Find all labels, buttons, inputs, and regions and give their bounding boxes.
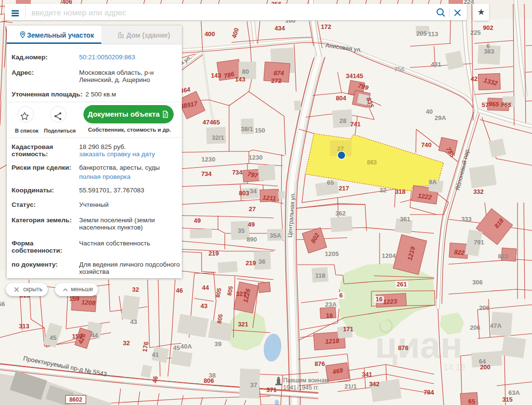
svg-text:823: 823 — [498, 253, 508, 260]
svg-text:41: 41 — [152, 351, 159, 358]
svg-text:118: 118 — [315, 272, 326, 279]
svg-text:28: 28 — [340, 117, 346, 124]
svg-text:47A: 47A — [490, 322, 502, 329]
svg-text:874: 874 — [273, 69, 284, 77]
svg-text:27: 27 — [249, 205, 256, 213]
svg-text:315: 315 — [502, 396, 513, 403]
svg-text:431: 431 — [431, 61, 441, 68]
svg-text:63A: 63A — [508, 389, 520, 396]
svg-text:1218: 1218 — [325, 337, 340, 345]
svg-text:150: 150 — [255, 127, 265, 134]
svg-text:9А: 9А — [429, 178, 437, 186]
svg-text:40A: 40A — [180, 343, 192, 350]
svg-text:43: 43 — [201, 302, 207, 310]
svg-text:43: 43 — [130, 318, 137, 325]
svg-text:219: 219 — [208, 250, 219, 257]
svg-text:16: 16 — [326, 312, 333, 319]
svg-text:371: 371 — [266, 386, 277, 393]
svg-text:38: 38 — [209, 372, 216, 379]
svg-text:44: 44 — [202, 284, 209, 291]
svg-text:734: 734 — [201, 170, 212, 177]
svg-text:6: 6 — [486, 42, 490, 50]
svg-text:318: 318 — [395, 188, 406, 195]
svg-text:159: 159 — [69, 295, 80, 302]
svg-text:42: 42 — [471, 75, 477, 82]
svg-text:циан: циан — [375, 324, 463, 365]
svg-text:45: 45 — [50, 334, 56, 341]
svg-text:400: 400 — [205, 30, 215, 38]
svg-text:65: 65 — [468, 398, 475, 405]
svg-text:64: 64 — [479, 358, 486, 365]
svg-text:8602: 8602 — [69, 396, 82, 403]
svg-text:Павшим воинам: Павшим воинам — [283, 377, 329, 384]
svg-text:29A: 29A — [435, 114, 446, 122]
svg-text:1204: 1204 — [382, 252, 396, 259]
svg-text:341: 341 — [362, 371, 372, 378]
svg-text:49: 49 — [194, 217, 201, 224]
svg-text:361: 361 — [400, 216, 410, 223]
svg-text:219: 219 — [246, 259, 256, 267]
svg-text:342: 342 — [369, 380, 380, 388]
svg-text:1230: 1230 — [202, 156, 216, 163]
svg-text:38/1: 38/1 — [241, 125, 253, 133]
svg-text:6: 6 — [339, 292, 342, 299]
svg-text:741: 741 — [350, 121, 361, 128]
svg-text:740: 740 — [421, 141, 432, 148]
svg-text:1230: 1230 — [249, 154, 263, 161]
svg-text:1205: 1205 — [325, 250, 339, 257]
svg-text:36: 36 — [259, 258, 265, 265]
svg-text:113: 113 — [428, 30, 438, 38]
svg-text:902: 902 — [483, 24, 493, 31]
svg-text:23A: 23A — [325, 301, 337, 308]
svg-text:890: 890 — [246, 236, 257, 243]
svg-text:32: 32 — [380, 187, 386, 194]
svg-text:803: 803 — [239, 189, 249, 197]
svg-text:206: 206 — [479, 304, 490, 311]
svg-text:143: 143 — [211, 72, 221, 79]
svg-text:756: 756 — [394, 66, 405, 73]
svg-text:35A: 35A — [270, 232, 281, 239]
svg-text:45: 45 — [173, 344, 180, 351]
svg-text:34: 34 — [250, 188, 257, 195]
svg-text:32: 32 — [123, 339, 130, 347]
svg-text:1211: 1211 — [262, 194, 276, 202]
svg-text:332: 332 — [473, 188, 484, 195]
svg-text:39: 39 — [215, 340, 221, 348]
svg-text:14.19: 14.19 — [443, 363, 465, 372]
svg-text:313: 313 — [19, 323, 29, 330]
svg-text:784: 784 — [423, 389, 434, 396]
svg-text:1941-1945 гг.: 1941-1945 гг. — [283, 384, 319, 391]
svg-text:21/1: 21/1 — [344, 383, 356, 390]
svg-text:46: 46 — [176, 287, 183, 294]
svg-text:40: 40 — [426, 108, 433, 115]
svg-text:37: 37 — [250, 381, 257, 389]
svg-text:206: 206 — [470, 324, 480, 331]
svg-text:205: 205 — [416, 30, 427, 37]
svg-text:16: 16 — [376, 296, 382, 303]
svg-text:965 965: 965 965 — [488, 100, 511, 108]
svg-text:34145: 34145 — [346, 72, 363, 80]
svg-text:56: 56 — [0, 300, 5, 308]
svg-text:57: 57 — [482, 101, 489, 108]
svg-text:65: 65 — [327, 179, 334, 186]
svg-text:46: 46 — [151, 376, 159, 384]
svg-text:44: 44 — [91, 332, 98, 339]
svg-text:172: 172 — [321, 23, 331, 30]
svg-text:1208: 1208 — [81, 298, 95, 307]
svg-text:47465: 47465 — [203, 119, 220, 126]
svg-text:804: 804 — [336, 94, 346, 102]
svg-text:362: 362 — [335, 210, 346, 217]
svg-text:143: 143 — [235, 76, 246, 83]
svg-text:1223: 1223 — [383, 297, 397, 306]
svg-text:434: 434 — [274, 25, 285, 32]
svg-text:321: 321 — [238, 321, 248, 328]
svg-text:261: 261 — [396, 281, 407, 288]
svg-text:80: 80 — [242, 68, 249, 75]
svg-text:272: 272 — [271, 77, 282, 84]
svg-text:225: 225 — [470, 29, 481, 36]
svg-text:791: 791 — [474, 239, 484, 246]
svg-text:32/1: 32/1 — [212, 134, 224, 141]
svg-text:863: 863 — [367, 159, 377, 166]
svg-text:32: 32 — [132, 286, 139, 293]
svg-text:49: 49 — [248, 221, 255, 228]
